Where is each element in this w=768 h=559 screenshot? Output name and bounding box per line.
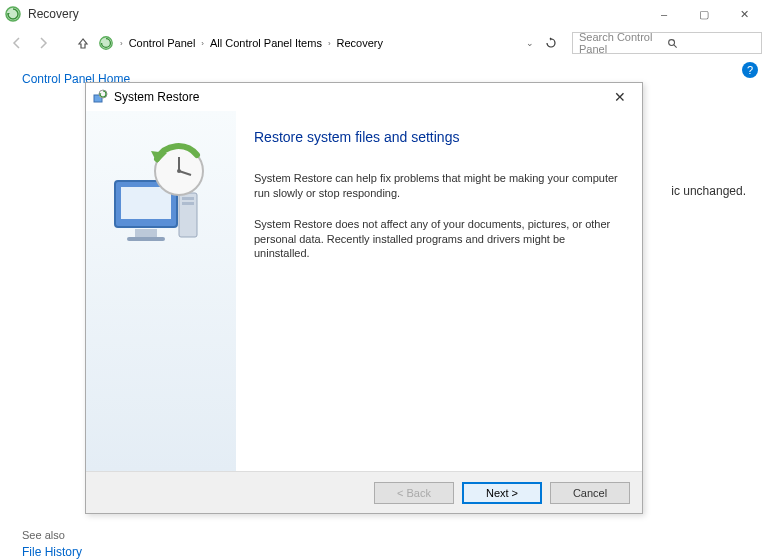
breadcrumb-item[interactable]: All Control Panel Items [210,37,322,49]
recovery-icon [4,5,22,23]
chevron-right-icon: › [326,39,333,48]
search-placeholder: Search Control Panel [579,31,667,55]
dialog-titlebar: System Restore ✕ [86,83,642,111]
chevron-right-icon: › [199,39,206,48]
window-titlebar: Recovery – ▢ ✕ [0,0,768,28]
dialog-title: System Restore [114,90,604,104]
system-restore-illustration [101,141,221,251]
file-history-link[interactable]: File History [22,545,82,559]
svg-rect-8 [135,229,157,237]
breadcrumb-item[interactable]: Recovery [337,37,383,49]
search-input[interactable]: Search Control Panel [572,32,762,54]
next-button[interactable]: Next > [462,482,542,504]
svg-point-2 [669,39,675,45]
close-window-button[interactable]: ✕ [724,1,764,27]
back-button: < Back [374,482,454,504]
see-also-label: See also [22,529,65,541]
dialog-footer: < Back Next > Cancel [86,471,642,513]
breadcrumb-icon [98,35,114,51]
system-restore-dialog: System Restore ✕ [85,82,643,514]
cancel-button[interactable]: Cancel [550,482,630,504]
dialog-paragraph: System Restore can help fix problems tha… [254,171,622,201]
svg-line-3 [674,44,677,47]
dialog-close-button[interactable]: ✕ [604,86,636,108]
refresh-button[interactable] [540,32,562,54]
forward-button[interactable] [32,32,54,54]
background-text: ic unchanged. [671,184,746,198]
svg-rect-7 [121,187,171,219]
chevron-right-icon: › [118,39,125,48]
svg-rect-9 [127,237,165,241]
maximize-button[interactable]: ▢ [684,1,724,27]
system-restore-icon [92,89,108,105]
dialog-sidebar [86,111,236,471]
dialog-heading: Restore system files and settings [254,129,622,145]
svg-rect-12 [182,202,194,205]
address-bar: › Control Panel › All Control Panel Item… [0,28,768,58]
up-button[interactable] [72,32,94,54]
search-icon [667,38,755,49]
dialog-content: Restore system files and settings System… [236,111,642,471]
svg-rect-11 [182,197,194,200]
dialog-paragraph: System Restore does not affect any of yo… [254,217,622,262]
minimize-button[interactable]: – [644,1,684,27]
chevron-down-icon[interactable]: ⌄ [524,38,536,48]
breadcrumb: Control Panel › All Control Panel Items … [129,37,536,49]
breadcrumb-item[interactable]: Control Panel [129,37,196,49]
back-button[interactable] [6,32,28,54]
window-title: Recovery [28,7,644,21]
